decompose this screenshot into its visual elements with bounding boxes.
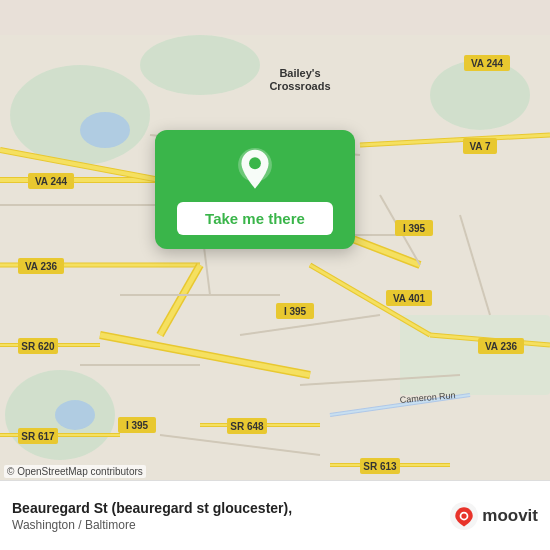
location-pin-icon [233,148,277,192]
svg-text:SR 617: SR 617 [21,431,55,442]
bottom-bar: Beauregard St (beauregard st gloucester)… [0,480,550,550]
svg-text:VA 7: VA 7 [469,141,491,152]
svg-text:Bailey's: Bailey's [279,67,320,79]
take-me-there-button[interactable]: Take me there [177,202,333,235]
svg-text:I 395: I 395 [403,223,426,234]
osm-credit: © OpenStreetMap contributors [4,465,146,478]
svg-text:I 395: I 395 [284,306,307,317]
svg-text:SR 620: SR 620 [21,341,55,352]
svg-text:SR 613: SR 613 [363,461,397,472]
moovit-logo: moovit [450,502,538,530]
svg-point-3 [140,35,260,95]
svg-text:VA 236: VA 236 [25,261,58,272]
svg-text:SR 648: SR 648 [230,421,264,432]
moovit-text: moovit [482,506,538,526]
svg-text:VA 401: VA 401 [393,293,426,304]
svg-text:I 395: I 395 [126,420,149,431]
svg-text:VA 244: VA 244 [471,58,504,69]
svg-text:VA 236: VA 236 [485,341,518,352]
map-container: Bailey's Crossroads VA 244 VA 244 VA 7 V… [0,0,550,550]
svg-text:VA 244: VA 244 [35,176,68,187]
svg-point-6 [80,112,130,148]
svg-rect-5 [400,315,550,395]
svg-point-75 [249,157,261,169]
location-sub: Washington / Baltimore [12,518,450,532]
svg-point-7 [55,400,95,430]
take-me-there-popup: Take me there [155,130,355,249]
svg-text:Crossroads: Crossroads [269,80,330,92]
moovit-icon [450,502,478,530]
svg-point-78 [462,513,467,518]
bottom-text: Beauregard St (beauregard st gloucester)… [12,499,450,531]
svg-point-1 [10,65,150,165]
location-name: Beauregard St (beauregard st gloucester)… [12,499,450,517]
